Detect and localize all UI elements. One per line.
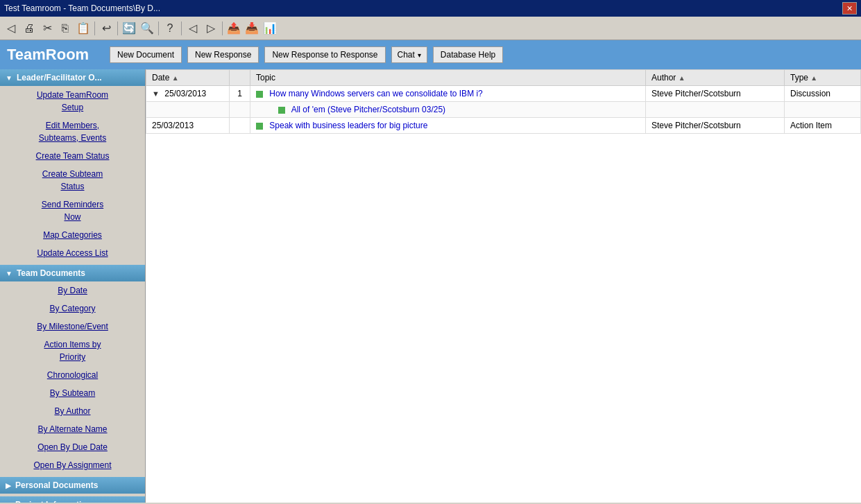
sidebar-item-create-subteam-status[interactable]: Create SubteamStatus	[0, 165, 145, 195]
toolbar-paste-btn[interactable]: 📋	[75, 20, 92, 37]
toolbar-nav-prev-btn[interactable]: ◁	[185, 20, 201, 37]
sidebar-item-action-items[interactable]: Action Items byPriority	[0, 336, 145, 366]
toolbar-import-btn[interactable]: 📥	[244, 20, 260, 37]
toolbar-undo-btn[interactable]: ↩	[98, 20, 114, 37]
new-response-to-response-button[interactable]: New Response to Response	[264, 46, 385, 63]
table-row[interactable]: 25/03/2013 Speak with business leaders f…	[146, 118, 861, 134]
new-response-button[interactable]: New Response	[187, 46, 259, 63]
new-document-button[interactable]: New Document	[110, 46, 182, 63]
table-row[interactable]: ▼ 25/03/2013 1 How many Windows servers …	[146, 86, 861, 102]
sidebar-item-send-reminders[interactable]: Send RemindersNow	[0, 195, 145, 226]
app-body: TeamRoom New Document New Response New R…	[0, 40, 861, 503]
sidebar-section-team-docs: ▼ Team Documents By Date By Category By …	[0, 265, 145, 474]
app-title: TeamRoom	[7, 46, 97, 64]
green-indicator-1	[256, 91, 263, 98]
toolbar-export-btn[interactable]: 📤	[225, 20, 242, 37]
chat-label: Chat	[398, 50, 415, 60]
green-indicator-response-1	[278, 107, 285, 114]
sidebar-arrow-leader: ▼	[6, 74, 12, 82]
toolbar-sep5	[222, 21, 223, 35]
toolbar-back-btn[interactable]: ◁	[3, 20, 19, 37]
col-header-date[interactable]: Date ▲	[146, 70, 230, 86]
toolbar-search-btn[interactable]: 🔍	[139, 20, 155, 37]
toolbar-sep1	[94, 21, 95, 35]
cell-author-1: Steve Pitcher/Scotsburn	[646, 86, 785, 102]
sort-arrow-author: ▲	[679, 74, 685, 82]
sidebar-item-by-milestone[interactable]: By Milestone/Event	[0, 318, 145, 336]
sidebar-items-leader: Update TeamRoomSetup Edit Members,Subtea…	[0, 86, 145, 262]
sidebar-item-chronological[interactable]: Chronological	[0, 366, 145, 384]
cell-num-1: 1	[230, 86, 250, 102]
document-pane: Date ▲ Topic Author ▲ Type ▲	[146, 69, 861, 503]
sidebar-item-by-date[interactable]: By Date	[0, 281, 145, 299]
sidebar-item-map-categories[interactable]: Map Categories	[0, 226, 145, 244]
document-table: Date ▲ Topic Author ▲ Type ▲	[146, 69, 861, 134]
toolbar-refresh-btn[interactable]: 🔄	[121, 20, 137, 37]
close-button[interactable]: ✕	[842, 2, 857, 15]
sidebar-item-edit-members[interactable]: Edit Members,Subteams, Events	[0, 116, 145, 147]
sidebar-section-project-info: ▶ Project Information	[0, 496, 145, 503]
toolbar-sep4	[181, 21, 182, 35]
sidebar-section-header-leader[interactable]: ▼ Leader/Facilitator O...	[0, 69, 145, 86]
sidebar-item-by-category[interactable]: By Category	[0, 299, 145, 318]
cell-author-response-1	[646, 102, 785, 118]
cell-num-response-1	[230, 102, 250, 118]
sort-arrow-type: ▲	[810, 74, 817, 82]
cell-type-2: Action Item	[785, 118, 861, 134]
col-header-type[interactable]: Type ▲	[785, 70, 861, 86]
title-bar: Test Teamroom - Team Documents\By D... ✕	[0, 0, 861, 17]
sidebar-section-header-project-info[interactable]: ▶ Project Information	[0, 496, 145, 503]
chat-button[interactable]: Chat ▾	[391, 46, 427, 63]
sort-arrow-date: ▲	[172, 74, 179, 82]
topic-link-2[interactable]: Speak with business leaders for big pict…	[269, 121, 427, 130]
sidebar-section-personal-docs: ▶ Personal Documents	[0, 477, 145, 494]
sidebar-section-header-team-docs[interactable]: ▼ Team Documents	[0, 265, 145, 281]
sidebar-section-leader: ▼ Leader/Facilitator O... Update TeamRoo…	[0, 69, 145, 262]
col-header-topic[interactable]: Topic	[250, 70, 646, 86]
sidebar-section-header-personal-docs[interactable]: ▶ Personal Documents	[0, 477, 145, 494]
toolbar-copy-btn[interactable]: ⎘	[57, 20, 74, 37]
database-help-button[interactable]: Database Help	[433, 46, 503, 63]
main-content: ▼ Leader/Facilitator O... Update TeamRoo…	[0, 69, 861, 503]
cell-date-response-1	[146, 102, 230, 118]
sidebar-item-open-by-assignment[interactable]: Open By Assignment	[0, 456, 145, 474]
col-header-num	[230, 70, 250, 86]
sidebar-item-by-author[interactable]: By Author	[0, 402, 145, 420]
cell-type-response-1	[785, 102, 861, 118]
title-bar-text: Test Teamroom - Team Documents\By D...	[4, 3, 160, 13]
topic-link-1[interactable]: How many Windows servers can we consolid…	[269, 89, 482, 98]
chat-dropdown-arrow: ▾	[418, 51, 421, 59]
sidebar-arrow-project-info: ▶	[6, 501, 11, 503]
sidebar-section-label-leader: Leader/Facilitator O...	[17, 73, 102, 82]
sidebar-item-by-alternate-name[interactable]: By Alternate Name	[0, 420, 145, 438]
toolbar-cut-btn[interactable]: ✂	[39, 20, 56, 37]
header-bar: TeamRoom New Document New Response New R…	[0, 40, 861, 69]
sidebar-section-label-personal-docs: Personal Documents	[15, 480, 98, 490]
cell-topic-2[interactable]: Speak with business leaders for big pict…	[250, 118, 646, 134]
topic-link-response-1[interactable]: All of 'em (Steve Pitcher/Scotsburn 03/2…	[291, 105, 445, 114]
sidebar-item-update-access[interactable]: Update Access List	[0, 244, 145, 262]
cell-topic-1[interactable]: How many Windows servers can we consolid…	[250, 86, 646, 102]
toolbar-nav-next-btn[interactable]: ▷	[203, 20, 219, 37]
sidebar: ▼ Leader/Facilitator O... Update TeamRoo…	[0, 69, 146, 503]
cell-topic-response-1[interactable]: All of 'em (Steve Pitcher/Scotsburn 03/2…	[250, 102, 646, 118]
cell-date-2: 25/03/2013	[146, 118, 230, 134]
toolbar-sep3	[158, 21, 159, 35]
toolbar-print-btn[interactable]: 🖨	[21, 20, 37, 37]
sidebar-item-by-subteam[interactable]: By Subteam	[0, 384, 145, 402]
sidebar-item-create-team-status[interactable]: Create Team Status	[0, 147, 145, 165]
table-header-row: Date ▲ Topic Author ▲ Type ▲	[146, 70, 861, 86]
green-indicator-2	[256, 123, 263, 130]
sidebar-arrow-team-docs: ▼	[6, 270, 12, 277]
toolbar-sep2	[117, 21, 118, 35]
toolbar-help-btn[interactable]: ?	[162, 20, 178, 37]
toolbar: ◁ 🖨 ✂ ⎘ 📋 ↩ 🔄 🔍 ? ◁ ▷ 📤 📥 📊	[0, 17, 861, 40]
sidebar-item-update-teamroom[interactable]: Update TeamRoomSetup	[0, 86, 145, 116]
sidebar-item-open-by-due-date[interactable]: Open By Due Date	[0, 438, 145, 456]
table-row[interactable]: All of 'em (Steve Pitcher/Scotsburn 03/2…	[146, 102, 861, 118]
toolbar-chart-btn[interactable]: 📊	[262, 20, 278, 37]
cell-date-1: ▼ 25/03/2013	[146, 86, 230, 102]
sidebar-arrow-personal-docs: ▶	[6, 482, 11, 489]
col-header-author[interactable]: Author ▲	[646, 70, 785, 86]
expand-arrow-1[interactable]: ▼	[152, 89, 160, 98]
